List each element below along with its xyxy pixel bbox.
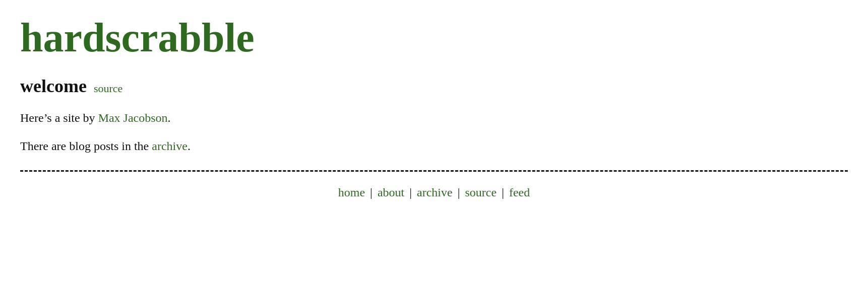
intro-suffix-2: .: [188, 139, 191, 153]
footer-nav-about[interactable]: about: [378, 186, 404, 199]
author-link[interactable]: Max Jacobson: [98, 111, 168, 124]
footer-nav-home[interactable]: home: [338, 186, 365, 199]
intro-prefix-2: There are blog posts in the: [20, 139, 152, 153]
footer-nav: home | about | archive | source | feed: [20, 186, 848, 199]
intro-suffix-1: .: [168, 111, 171, 124]
footer-nav-feed[interactable]: feed: [509, 186, 530, 199]
footer-separator-2: |: [406, 186, 415, 199]
archive-inline-link[interactable]: archive: [152, 139, 188, 153]
intro-prefix-1: Here’s a site by: [20, 111, 98, 124]
welcome-heading: welcome source: [20, 76, 848, 97]
footer-separator-1: |: [367, 186, 376, 199]
footer-nav-archive[interactable]: archive: [417, 186, 453, 199]
intro-paragraph-1: Here’s a site by Max Jacobson.: [20, 109, 848, 127]
welcome-heading-text: welcome: [20, 76, 87, 97]
site-title: hardscrabble: [20, 15, 848, 60]
source-link[interactable]: source: [94, 82, 122, 95]
footer: home | about | archive | source | feed: [20, 172, 848, 209]
intro-paragraph-2: There are blog posts in the archive.: [20, 137, 848, 155]
footer-separator-4: |: [499, 186, 507, 199]
page-wrapper: hardscrabble welcome source Here’s a sit…: [0, 0, 868, 209]
footer-separator-3: |: [455, 186, 463, 199]
footer-nav-source[interactable]: source: [465, 186, 497, 199]
